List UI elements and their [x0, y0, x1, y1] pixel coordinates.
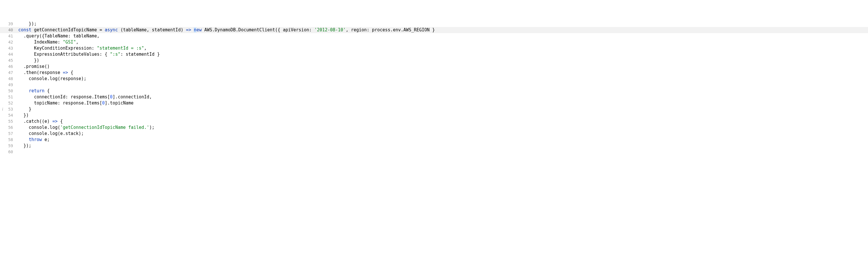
line-number: 60 [5, 149, 16, 155]
code-token: return [29, 88, 44, 93]
code-token [18, 88, 29, 93]
code-line[interactable]: 44 ExpressionAttributeValues: { ":s": st… [0, 51, 868, 57]
code-token: async [105, 27, 118, 32]
code-token: response [39, 70, 60, 75]
line-number: 57 [5, 131, 16, 137]
code-content[interactable]: connectionId: response.Items[0].connecti… [16, 94, 868, 100]
code-token: tableName [123, 27, 147, 32]
code-content[interactable]: throw e; [16, 137, 868, 143]
code-token: IndexName: [18, 39, 63, 45]
code-line[interactable]: 58 throw e; [0, 137, 868, 143]
code-token: throw [29, 137, 42, 142]
code-content[interactable]: topicName: response.Items[0].topicName [16, 100, 868, 106]
code-token: e; [42, 137, 50, 142]
line-number: 54 [5, 112, 16, 118]
code-line[interactable]: 54 }) [0, 112, 868, 118]
line-number: 53 [5, 106, 16, 112]
code-content[interactable]: }) [16, 57, 868, 63]
line-number: 52 [5, 100, 16, 106]
code-token: topicName: response.Items[ [18, 101, 102, 106]
code-line[interactable]: 60 [0, 149, 868, 155]
line-number: 46 [5, 63, 16, 70]
line-number: 42 [5, 39, 16, 45]
code-editor[interactable]: 39 });40const getConnectionIdTopicName =… [0, 21, 868, 155]
code-content[interactable]: const getConnectionIdTopicName = async (… [16, 27, 868, 33]
code-line[interactable]: 55 .catch((e) => { [0, 118, 868, 124]
code-token: ":s" [110, 52, 120, 57]
code-content[interactable]: .catch((e) => { [16, 118, 868, 124]
code-token: }) [18, 113, 29, 118]
code-line[interactable]: 51 connectionId: response.Items[0].conne… [0, 94, 868, 100]
code-content[interactable]: }); [16, 21, 868, 27]
code-line[interactable]: 46 .promise() [0, 63, 868, 70]
code-content[interactable]: IndexName: "GSI", [16, 39, 868, 45]
code-content[interactable]: return { [16, 88, 868, 94]
line-number: 41 [5, 33, 16, 39]
code-token: .query({TableName: tableName, [18, 33, 99, 38]
code-token: "statementId = :s" [97, 46, 144, 51]
code-token: ) [47, 119, 52, 124]
code-token: const [18, 27, 31, 32]
code-line[interactable]: 43 KeyConditionExpression: "statementId … [0, 45, 868, 51]
code-content[interactable]: .query({TableName: tableName, [16, 33, 868, 39]
line-number: 56 [5, 124, 16, 131]
code-token: ].topicName [105, 101, 133, 106]
code-token: console.log(response); [18, 76, 87, 81]
code-content[interactable]: }) [16, 112, 868, 118]
code-token: : statementId } [120, 52, 160, 57]
code-token: KeyConditionExpression: [18, 46, 97, 51]
code-content[interactable]: console.log('getConnectionIdTopicName fa… [16, 124, 868, 131]
code-content[interactable]: .then(response => { [16, 70, 868, 76]
code-content[interactable]: ExpressionAttributeValues: { ":s": state… [16, 51, 868, 57]
code-line[interactable]: 40const getConnectionIdTopicName = async… [0, 27, 868, 33]
code-content[interactable]: console.log(response); [16, 76, 868, 82]
code-token [18, 137, 29, 142]
line-number: 45 [5, 57, 16, 63]
code-token: .promise() [18, 64, 50, 69]
code-token: = [97, 27, 105, 32]
code-line[interactable]: 57 console.log(e.stack); [0, 131, 868, 137]
line-number: 39 [5, 21, 16, 27]
code-token: "GSI" [63, 39, 76, 45]
code-line[interactable]: 41 .query({TableName: tableName, [0, 33, 868, 39]
code-line[interactable]: 47 .then(response => { [0, 70, 868, 76]
gutter-info-icon[interactable]: i [0, 106, 5, 112]
code-token: ExpressionAttributeValues: { [18, 52, 110, 57]
line-number: 49 [5, 82, 16, 88]
code-line[interactable]: 48 console.log(response); [0, 76, 868, 82]
code-token: } [18, 107, 31, 112]
code-content[interactable]: KeyConditionExpression: "statementId = :… [16, 45, 868, 51]
code-line[interactable]: 52 topicName: response.Items[0].topicNam… [0, 100, 868, 106]
code-token: connectionId: response.Items[ [18, 94, 110, 99]
code-token: 0 [110, 94, 113, 99]
line-number: 51 [5, 94, 16, 100]
code-line[interactable]: 42 IndexName: "GSI", [0, 39, 868, 45]
code-token: { [57, 119, 63, 124]
line-number: 59 [5, 143, 16, 149]
line-number: 47 [5, 70, 16, 76]
line-number: 55 [5, 118, 16, 124]
code-content[interactable]: console.log(e.stack); [16, 131, 868, 137]
code-content[interactable]: .promise() [16, 63, 868, 70]
code-token: , [144, 46, 147, 51]
code-line[interactable]: i53 } [0, 106, 868, 112]
code-token: ) [181, 27, 186, 32]
code-token: => [186, 27, 191, 32]
code-line[interactable]: 56 console.log('getConnectionIdTopicName… [0, 124, 868, 131]
code-token: getConnectionIdTopicName [34, 27, 97, 32]
code-token: .then( [18, 70, 39, 75]
code-token: , [76, 39, 79, 45]
code-line[interactable]: 50 return { [0, 88, 868, 94]
code-token [31, 27, 34, 32]
code-content[interactable]: } [16, 106, 868, 112]
code-line[interactable]: 49 [0, 82, 868, 88]
code-line[interactable]: 39 }); [0, 21, 868, 27]
code-token: { [44, 88, 50, 93]
code-content[interactable]: }); [16, 143, 868, 149]
line-number: 48 [5, 76, 16, 82]
line-number: 58 [5, 137, 16, 143]
code-line[interactable]: 45 }) [0, 57, 868, 63]
line-number: 44 [5, 51, 16, 57]
code-line[interactable]: 59 }); [0, 143, 868, 149]
line-number: 43 [5, 45, 16, 51]
